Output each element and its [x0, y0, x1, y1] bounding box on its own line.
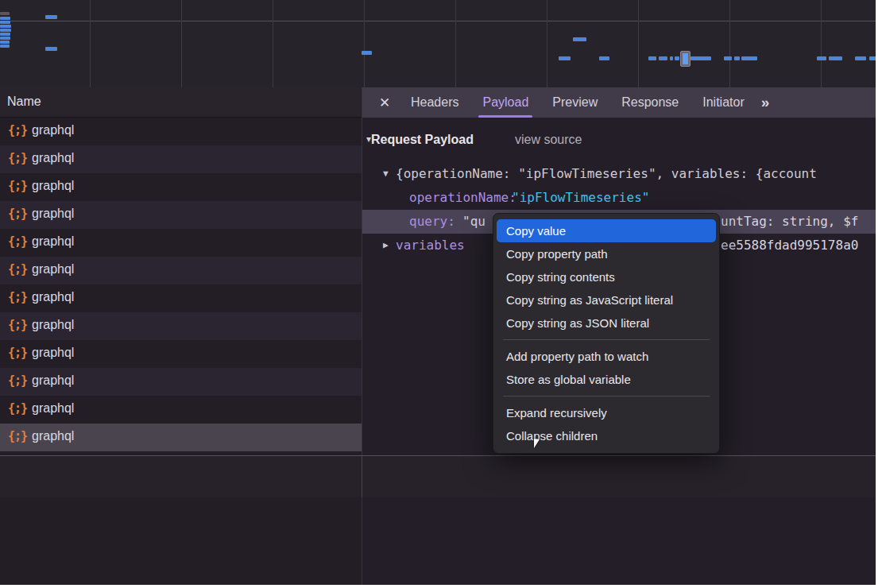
json-braces-icon: {;}: [8, 123, 27, 137]
json-braces-icon: {;}: [8, 429, 27, 443]
request-row-graphql[interactable]: {;}graphql: [0, 257, 362, 284]
mouse-cursor: [534, 439, 540, 448]
menu-item-collapse-children[interactable]: Collapse children: [497, 424, 716, 447]
menu-item-expand-recursively[interactable]: Expand recursively: [497, 401, 716, 424]
tab-initiator[interactable]: Initiator: [691, 87, 756, 118]
request-payload-section[interactable]: ▾Request Payloadview source: [366, 133, 582, 147]
selected-request-bar: [683, 53, 688, 64]
variables-value-right-fragment: ee5588fdad995178a0: [721, 234, 858, 257]
request-timing-bar: [0, 25, 11, 28]
selected-request-marker: [680, 51, 691, 67]
overview-gridline: [273, 0, 273, 87]
query-key: query:: [409, 210, 455, 234]
request-name-label: graphql: [32, 290, 74, 304]
footer-divider: [362, 456, 362, 497]
query-value-right-fragment: untTag: string, $f: [721, 210, 858, 234]
json-braces-icon: {;}: [8, 346, 27, 360]
request-row-graphql[interactable]: {;}graphql: [0, 118, 362, 145]
request-row-graphql[interactable]: {;}graphql: [0, 284, 362, 312]
request-timing-bar: [45, 15, 57, 19]
request-row-graphql[interactable]: {;}graphql: [0, 424, 362, 451]
request-name-label: graphql: [32, 207, 74, 221]
request-timing-bar: [599, 56, 609, 60]
request-timing-bar: [855, 56, 866, 60]
request-timing-bar: [0, 37, 10, 40]
payload-root-row[interactable]: ▼ {operationName: "ipFlowTimeseries", va…: [362, 162, 876, 186]
request-timing-bar: [362, 51, 372, 55]
menu-item-copy-value[interactable]: Copy value: [497, 219, 716, 242]
request-row-graphql[interactable]: {;}graphql: [0, 229, 362, 257]
request-timing-bar: [817, 56, 826, 60]
request-name-label: graphql: [32, 373, 74, 388]
request-timing-bar: [0, 41, 10, 44]
more-tabs-icon[interactable]: »: [761, 94, 768, 111]
operation-name-row[interactable]: operationName: "ipFlowTimeseries": [362, 186, 876, 210]
menu-item-add-property-path-to-watch[interactable]: Add property path to watch: [497, 345, 716, 368]
request-timing-bar: [0, 21, 10, 24]
tab-headers[interactable]: Headers: [399, 87, 470, 118]
request-row-graphql[interactable]: {;}graphql: [0, 173, 362, 201]
overview-gridline: [638, 0, 639, 87]
request-timing-bar: [675, 56, 679, 60]
request-timing-bar: [559, 56, 571, 60]
json-braces-icon: {;}: [8, 262, 27, 277]
request-timing-bar: [724, 56, 732, 60]
request-timing-bar: [734, 56, 740, 60]
json-braces-icon: {;}: [8, 179, 27, 193]
request-timing-bar: [0, 44, 10, 48]
request-timing-bar: [741, 56, 757, 60]
request-timing-bar: [0, 29, 11, 32]
menu-item-copy-string-as-json-literal[interactable]: Copy string as JSON literal: [497, 311, 716, 335]
request-row-graphql[interactable]: {;}graphql: [0, 145, 362, 173]
request-row-graphql[interactable]: {;}graphql: [0, 312, 362, 340]
name-column-header[interactable]: Name: [0, 87, 362, 118]
request-name-label: graphql: [32, 151, 74, 165]
json-braces-icon: {;}: [8, 373, 27, 388]
operation-name-key: operationName:: [409, 186, 516, 210]
view-source-link[interactable]: view source: [515, 133, 582, 146]
devtools-network-panel: Name {;}graphql{;}graphql{;}graphql{;}gr…: [0, 0, 876, 585]
overview-gridline: [90, 0, 91, 87]
request-name-label: graphql: [32, 401, 74, 416]
request-name-label: graphql: [32, 123, 74, 137]
request-name-label: graphql: [32, 346, 74, 360]
status-footer: [0, 456, 876, 497]
menu-separator: [503, 396, 710, 397]
tab-payload[interactable]: Payload: [470, 87, 540, 118]
request-row-graphql[interactable]: {;}graphql: [0, 368, 362, 396]
menu-item-copy-string-contents[interactable]: Copy string contents: [497, 265, 716, 288]
request-row-graphql[interactable]: {;}graphql: [0, 340, 362, 368]
detail-tab-bar: ✕HeadersPayloadPreviewResponseInitiator»: [362, 87, 876, 118]
json-braces-icon: {;}: [8, 151, 27, 165]
request-timing-bar: [659, 56, 667, 60]
close-icon[interactable]: ✕: [370, 87, 399, 118]
request-timing-bar: [0, 17, 10, 20]
menu-item-store-as-global-variable[interactable]: Store as global variable: [497, 368, 716, 391]
request-name-label: graphql: [32, 179, 74, 193]
overview-gridline: [547, 0, 547, 87]
menu-item-copy-property-path[interactable]: Copy property path: [497, 242, 716, 265]
tab-response[interactable]: Response: [609, 87, 691, 118]
request-timing-bar: [869, 56, 876, 60]
request-timing-bar: [0, 12, 10, 15]
json-braces-icon: {;}: [8, 234, 27, 249]
network-overview-timeline[interactable]: [0, 0, 876, 88]
request-payload-title: Request Payload: [371, 133, 474, 146]
request-timing-bar: [670, 56, 673, 60]
request-rows: {;}graphql{;}graphql{;}graphql{;}graphql…: [0, 118, 362, 451]
name-column-label: Name: [7, 95, 41, 109]
request-timing-bar: [829, 56, 842, 60]
collapsed-triangle-icon[interactable]: ▶: [383, 234, 389, 257]
context-menu: Copy valueCopy property pathCopy string …: [493, 213, 720, 454]
tab-preview[interactable]: Preview: [540, 87, 609, 118]
request-row-graphql[interactable]: {;}graphql: [0, 396, 362, 424]
menu-item-copy-string-as-javascript-literal[interactable]: Copy string as JavaScript literal: [497, 288, 716, 311]
json-braces-icon: {;}: [8, 318, 27, 332]
overview-hline: [0, 21, 876, 21]
request-timing-bar: [0, 33, 10, 36]
payload-object-preview: {operationName: "ipFlowTimeseries", vari…: [396, 162, 817, 186]
json-braces-icon: {;}: [8, 207, 27, 221]
request-row-graphql[interactable]: {;}graphql: [0, 201, 362, 229]
json-braces-icon: {;}: [8, 290, 27, 304]
expanded-triangle-icon[interactable]: ▼: [383, 162, 389, 186]
